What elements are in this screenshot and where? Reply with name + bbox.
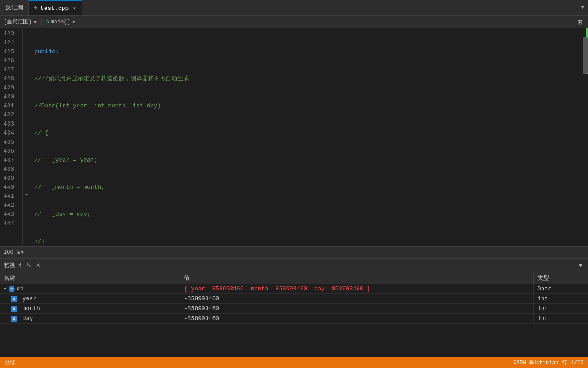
status-left: 就绪 bbox=[5, 359, 15, 367]
d1-expand-arrow[interactable]: ▼ bbox=[4, 286, 7, 292]
line-num-442: 442 bbox=[0, 201, 18, 210]
code-content[interactable]: public: ////如果用户显示定义了构造函数，编译器将不再自动生成 //D… bbox=[31, 28, 582, 246]
watch-row-day-type: int bbox=[534, 314, 588, 323]
fold-427 bbox=[23, 65, 31, 75]
line-num-423: 423 bbox=[0, 29, 18, 38]
line-num-431: 431 bbox=[0, 102, 18, 111]
watch-panel-header: 监视 1 ✎ ✕ ▼ bbox=[0, 259, 588, 272]
code-line-423: public: bbox=[34, 47, 582, 56]
watch-row-day[interactable]: a _day -858993460 int bbox=[0, 314, 588, 324]
line-num-425: 425 bbox=[0, 47, 18, 56]
watch-row-year[interactable]: a _year -858993460 int bbox=[0, 294, 588, 304]
col-header-value: 值 bbox=[180, 272, 534, 284]
code-line-426: // { bbox=[34, 129, 582, 138]
watch-row-month-type: int bbox=[534, 304, 588, 313]
tab-test-cpp-label: test.cpp bbox=[41, 5, 69, 12]
breadcrumb-dropdown-icon[interactable]: ▼ bbox=[33, 19, 37, 25]
breadcrumb-func-dropdown[interactable]: ▼ bbox=[72, 19, 75, 25]
tab-disassembly[interactable]: 反汇编 bbox=[0, 0, 29, 15]
watch-title: 监视 1 bbox=[4, 261, 23, 270]
line-num-434: 434 bbox=[0, 129, 18, 138]
tab-bar-expand[interactable]: ▼ bbox=[581, 5, 588, 11]
fold-437 bbox=[23, 156, 31, 165]
tab-close-button[interactable]: ✕ bbox=[73, 5, 76, 11]
day-field-icon: a bbox=[11, 316, 17, 322]
tab-disassembly-label: 反汇编 bbox=[5, 4, 23, 12]
watch-row-year-type: int bbox=[534, 294, 588, 303]
month-field-icon: a bbox=[11, 306, 17, 312]
watch-pin-button[interactable]: ✎ bbox=[25, 261, 32, 270]
line-num-430: 430 bbox=[0, 93, 18, 102]
watch-row-month[interactable]: a _month -858993460 int bbox=[0, 304, 588, 314]
breadcrumb-right: ⊞ bbox=[575, 18, 584, 27]
fold-443 bbox=[23, 210, 31, 219]
split-editor-button[interactable]: ⊞ bbox=[575, 18, 584, 27]
fold-425 bbox=[23, 47, 31, 56]
fold-428 bbox=[23, 75, 31, 84]
line-num-444: 444 bbox=[0, 219, 18, 228]
scrollbar-thumb[interactable] bbox=[583, 37, 588, 74]
watch-expand-button[interactable]: ▼ bbox=[577, 261, 584, 270]
fold-423 bbox=[23, 29, 31, 38]
watch-row-d1-type: Date bbox=[534, 284, 588, 293]
line-num-432: 432 bbox=[0, 111, 18, 120]
line-numbers: 423 424 425 426 427 428 429 430 431 432 … bbox=[0, 28, 23, 246]
code-line-429: // _day = day; bbox=[34, 210, 582, 219]
tab-test-cpp[interactable]: ✎ test.cpp ✕ bbox=[29, 0, 82, 15]
breadcrumb-left: (全局范围) ▼ | ⊙ main() ▼ bbox=[4, 18, 575, 26]
watch-row-month-name: a _month bbox=[0, 304, 180, 313]
watch-row-d1-value: {_year=-858993460 _month=-858993460 _day… bbox=[180, 284, 534, 293]
line-num-439: 439 bbox=[0, 174, 18, 183]
fold-435 bbox=[23, 138, 31, 147]
watch-row-d1-name: ▼ ● d1 bbox=[0, 284, 180, 293]
editor-scrollbar[interactable] bbox=[582, 28, 588, 246]
line-num-428: 428 bbox=[0, 75, 18, 84]
watch-close-button[interactable]: ✕ bbox=[35, 261, 41, 270]
line-num-440: 440 bbox=[0, 183, 18, 192]
code-scroll-wrapper: 423 424 425 426 427 428 429 430 431 432 … bbox=[0, 28, 588, 246]
watch-row-d1[interactable]: ▼ ● d1 {_year=-858993460 _month=-8589934… bbox=[0, 284, 588, 294]
fold-426 bbox=[23, 56, 31, 65]
tab-bar: 反汇编 ✎ test.cpp ✕ ▼ bbox=[0, 0, 588, 16]
breadcrumb-scope: (全局范围) bbox=[4, 18, 32, 26]
zoom-dropdown[interactable]: ▼ bbox=[21, 250, 24, 255]
code-line-427: // _year = year; bbox=[34, 156, 582, 165]
fold-442 bbox=[23, 201, 31, 210]
fold-431[interactable]: − bbox=[23, 102, 31, 111]
fold-indicators: − − − bbox=[23, 28, 31, 246]
watch-col-headers: 名称 值 类型 bbox=[0, 272, 588, 284]
line-num-438: 438 bbox=[0, 165, 18, 174]
line-num-429: 429 bbox=[0, 84, 18, 93]
line-num-441: 441 bbox=[0, 192, 18, 201]
breadcrumb-func-icon: ⊙ bbox=[46, 19, 49, 26]
year-label: _year bbox=[19, 295, 37, 302]
fold-439 bbox=[23, 174, 31, 183]
month-label: _month bbox=[19, 305, 40, 312]
fold-444 bbox=[23, 219, 31, 228]
status-bar: 就绪 CSDN @Ustinian 行 4/25 bbox=[0, 357, 588, 368]
watch-row-year-value: -858993460 bbox=[180, 294, 534, 303]
line-num-426: 426 bbox=[0, 56, 18, 65]
watch-row-year-name: a _year bbox=[0, 294, 180, 303]
col-header-name: 名称 bbox=[0, 272, 180, 284]
fold-436 bbox=[23, 147, 31, 156]
fold-432 bbox=[23, 111, 31, 120]
line-num-433: 433 bbox=[0, 120, 18, 129]
breadcrumb-separator: | bbox=[40, 19, 44, 25]
day-label: _day bbox=[19, 315, 33, 322]
status-right: CSDN @Ustinian 行 4/25 bbox=[513, 359, 583, 367]
code-line-424: ////如果用户显示定义了构造函数，编译器将不再自动生成 bbox=[34, 75, 582, 84]
line-num-427: 427 bbox=[0, 65, 18, 75]
fold-430 bbox=[23, 93, 31, 102]
fold-441[interactable]: − bbox=[23, 192, 31, 201]
line-num-424: 424 bbox=[0, 38, 18, 47]
fold-424[interactable]: − bbox=[23, 38, 31, 47]
breadcrumb-func-label: main() bbox=[51, 19, 70, 25]
fold-438 bbox=[23, 165, 31, 174]
col-header-type: 类型 bbox=[534, 272, 588, 284]
watch-panel: 监视 1 ✎ ✕ ▼ 名称 值 类型 ▼ ● d1 {_year=-858993… bbox=[0, 258, 588, 357]
zoom-value: 100 % bbox=[4, 249, 20, 256]
code-line-425: //Date(int year, int month, int day) bbox=[34, 102, 582, 111]
code-line-428: // _month = month; bbox=[34, 183, 582, 192]
fold-440 bbox=[23, 183, 31, 192]
